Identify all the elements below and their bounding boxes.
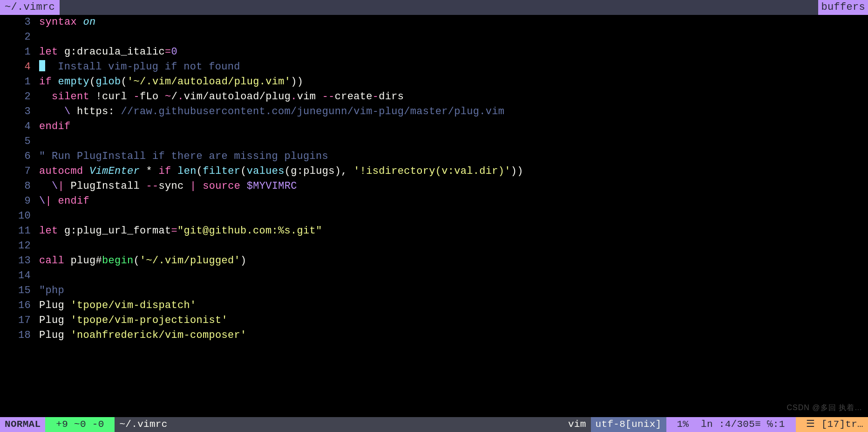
line-number: 18: [0, 328, 39, 343]
editor-line[interactable]: 17Plug 'tpope/vim-projectionist': [0, 313, 868, 328]
token: (: [89, 76, 96, 88]
line-number: 1: [0, 75, 39, 89]
token: '~/.vim/autoload/plug.vim': [127, 76, 291, 88]
code-content[interactable]: Install vim-plug if not found: [39, 60, 868, 75]
code-content[interactable]: if empty(glob('~/.vim/autoload/plug.vim'…: [39, 75, 868, 89]
code-content[interactable]: \| PlugInstall --sync | source $MYVIMRC: [39, 179, 868, 194]
token: \: [39, 195, 46, 207]
token: source: [203, 180, 240, 192]
tabline-right-label[interactable]: buffers: [818, 0, 868, 15]
editor-line[interactable]: 7autocmd VimEnter * if len(filter(values…: [0, 164, 868, 179]
token: vim/autoload/plug: [184, 91, 291, 103]
token: )): [511, 165, 523, 177]
tab-label: ~/.vimrc: [5, 0, 55, 15]
line-number: 3: [0, 15, 39, 30]
code-content[interactable]: [39, 134, 868, 149]
token: values: [247, 165, 285, 177]
status-git: +9 ~0 -0: [45, 417, 115, 432]
code-content[interactable]: "php: [39, 283, 868, 298]
editor-line[interactable]: 6" Run PlugInstall if there are missing …: [0, 149, 868, 164]
editor-line[interactable]: 2 silent !curl -fLo ~/.vim/autoload/plug…: [0, 89, 868, 104]
token: !: [96, 91, 102, 103]
token: ): [240, 255, 247, 267]
token: |: [46, 195, 52, 207]
token: 'noahfrederick/vim-composer': [71, 329, 247, 341]
token: --: [146, 180, 159, 192]
status-encoding: utf-8[unix]: [591, 417, 666, 432]
token: .: [291, 91, 297, 103]
editor-line[interactable]: 1if empty(glob('~/.vim/autoload/plug.vim…: [0, 75, 868, 89]
token: .: [177, 91, 184, 103]
status-mode: NORMAL: [0, 417, 45, 432]
code-content[interactable]: Plug 'tpope/vim-projectionist': [39, 313, 868, 328]
token: sync: [159, 180, 190, 192]
editor-line[interactable]: 11let g:plug_url_format="git@github.com:…: [0, 224, 868, 239]
code-content[interactable]: let g:plug_url_format="git@github.com:%s…: [39, 224, 868, 239]
token: [240, 180, 247, 192]
code-content[interactable]: \ https: //raw.githubusercontent.com/jun…: [39, 104, 868, 119]
code-content[interactable]: Plug 'noahfrederick/vim-composer': [39, 328, 868, 343]
code-content[interactable]: " Run PlugInstall if there are missing p…: [39, 149, 868, 164]
editor-line[interactable]: 12: [0, 239, 868, 254]
token: ~: [165, 91, 171, 103]
editor-line[interactable]: 10: [0, 209, 868, 224]
editor-line[interactable]: 14: [0, 268, 868, 283]
status-position: 1% ln :4/305≡ ℅:1: [666, 417, 796, 432]
code-content[interactable]: [39, 30, 868, 45]
editor-line[interactable]: 13call plug#begin('~/.vim/plugged'): [0, 254, 868, 268]
editor-line[interactable]: 4endif: [0, 119, 868, 134]
editor-line[interactable]: 3syntax on: [0, 15, 868, 30]
code-content[interactable]: silent !curl -fLo ~/.vim/autoload/plug.v…: [39, 89, 868, 104]
editor-line[interactable]: 15"php: [0, 283, 868, 298]
code-content[interactable]: let g:dracula_italic=0: [39, 45, 868, 60]
token: filter: [203, 165, 240, 177]
code-content[interactable]: Plug 'tpope/vim-dispatch': [39, 298, 868, 313]
token: [39, 106, 64, 117]
token: empty: [58, 76, 90, 88]
code-content[interactable]: call plug#begin('~/.vim/plugged'): [39, 254, 868, 268]
editor-line[interactable]: 18Plug 'noahfrederick/vim-composer': [0, 328, 868, 343]
editor-viewport[interactable]: 3syntax on21let g:dracula_italic=04 Inst…: [0, 15, 868, 417]
token: curl: [102, 91, 134, 103]
token: [39, 180, 52, 192]
editor-line[interactable]: 8 \| PlugInstall --sync | source $MYVIMR…: [0, 179, 868, 194]
status-diagnostics: ☰ [17]tr…: [796, 417, 868, 432]
line-number: 5: [0, 134, 39, 149]
token: //raw.githubusercontent.com/junegunn/vim…: [121, 106, 505, 117]
code-content[interactable]: autocmd VimEnter * if len(filter(values(…: [39, 164, 868, 179]
code-content[interactable]: \| endif: [39, 194, 868, 209]
token: autocmd: [39, 165, 83, 177]
code-content[interactable]: [39, 239, 868, 254]
editor-line[interactable]: 1let g:dracula_italic=0: [0, 45, 868, 60]
code-content[interactable]: [39, 268, 868, 283]
line-number: 4: [0, 60, 39, 75]
token: (: [240, 165, 247, 177]
line-number: 12: [0, 239, 39, 254]
editor-line[interactable]: 16Plug 'tpope/vim-dispatch': [0, 298, 868, 313]
tabline-right-text: buffers: [821, 0, 865, 15]
status-file: ~/.vimrc: [115, 417, 172, 432]
token: VimEnter: [89, 165, 140, 177]
status-spacer: [172, 417, 563, 432]
token: endif: [39, 121, 71, 132]
editor-line[interactable]: 9\| endif: [0, 194, 868, 209]
token: -: [373, 91, 379, 103]
token: Install vim-plug if not found: [45, 61, 240, 73]
token: |: [58, 180, 65, 192]
editor-line[interactable]: 2: [0, 30, 868, 45]
token: Plug: [39, 315, 71, 326]
token: g:: [58, 46, 77, 58]
token: (: [197, 165, 203, 177]
editor-line[interactable]: 5: [0, 134, 868, 149]
code-content[interactable]: endif: [39, 119, 868, 134]
tab-active[interactable]: ~/.vimrc: [0, 0, 60, 15]
code-content[interactable]: syntax on: [39, 15, 868, 30]
line-number: 6: [0, 149, 39, 164]
token: 'tpope/vim-dispatch': [71, 300, 197, 311]
editor-line[interactable]: 4 Install vim-plug if not found: [0, 60, 868, 75]
line-number: 8: [0, 179, 39, 194]
editor-line[interactable]: 3 \ https: //raw.githubusercontent.com/j…: [0, 104, 868, 119]
tabline[interactable]: ~/.vimrc buffers: [0, 0, 868, 15]
token: [39, 91, 52, 103]
code-content[interactable]: [39, 209, 868, 224]
